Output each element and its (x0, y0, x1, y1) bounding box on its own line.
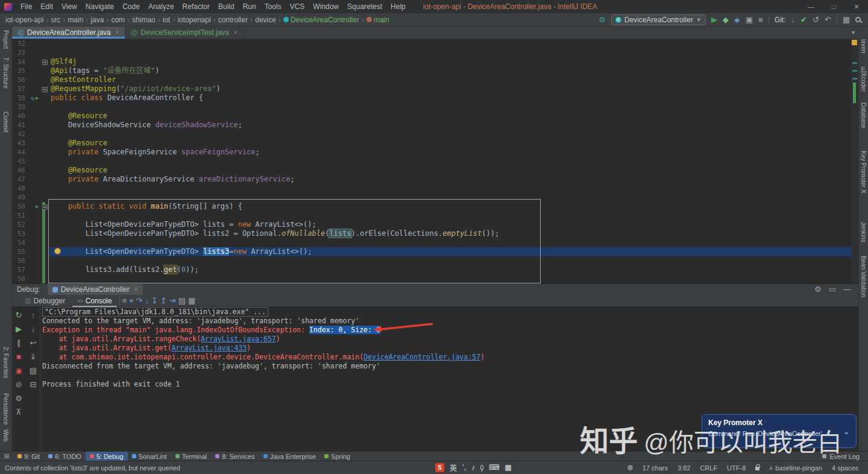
tool-window-button[interactable]: Persistence (2, 393, 9, 425)
rerun-icon[interactable]: ↻ (16, 311, 22, 320)
tool-window-button[interactable]: 9: Git (13, 452, 44, 461)
fold-icon[interactable] (42, 60, 48, 65)
tool-window-switcher-icon[interactable]: ⊞ (0, 452, 13, 460)
close-button[interactable]: ✕ (845, 0, 868, 13)
key-promoter-notification[interactable]: Key Promoter X Command! Run 'DeviceAreaC… (702, 414, 857, 448)
layout-settings-icon[interactable]: ▦ (188, 296, 195, 306)
code-line[interactable]: 51 (12, 211, 851, 220)
console-line[interactable]: Disconnected from the target VM, address… (42, 362, 485, 371)
status-item[interactable]: UTF-8 (727, 464, 746, 472)
jump-to-top-icon[interactable]: ↑ (31, 311, 36, 320)
console-line[interactable]: at java.util.ArrayList.get(ArrayList.jav… (42, 344, 485, 353)
minimize-button[interactable]: — (799, 0, 822, 13)
console-line[interactable]: at com.shimao.iot.iotopenapi.controller.… (42, 353, 485, 362)
tool-window-button[interactable]: Web (2, 429, 9, 441)
profiler-icon[interactable]: ◈ (734, 15, 740, 25)
run-configuration-select[interactable]: C DeviceAreaController ▼ (611, 14, 706, 25)
ime-punctuation-indicator[interactable]: ’, (462, 463, 466, 472)
code-line[interactable]: 41 DeviceShadowService deviceShadowServi… (12, 121, 851, 130)
code-line[interactable]: 40 @Resource (12, 112, 851, 121)
menu-item[interactable]: Edit (36, 2, 57, 11)
tool-window-button[interactable]: 5: Debug (86, 452, 128, 461)
code-line[interactable]: 47 private AreaDictionaryService areaDic… (12, 175, 851, 184)
code-line[interactable]: 37@RequestMapping("/api/iot/device-area"… (12, 84, 851, 93)
code-line[interactable]: 32 (12, 39, 851, 48)
error-stripe-mark[interactable] (852, 70, 857, 72)
code-line[interactable]: 35@Api(tags = "设备所在区域") (12, 66, 851, 75)
breadcrumb-item[interactable]: iot (162, 16, 171, 24)
code-editor[interactable]: 323334@Slf4j35@Api(tags = "设备所在区域")36@Re… (12, 39, 851, 283)
error-stripe-mark[interactable] (852, 78, 857, 80)
console-line[interactable]: Connected to the target VM, address: 'ja… (42, 317, 485, 326)
menu-item[interactable]: VCS (286, 2, 309, 11)
code-line[interactable]: 39 (12, 103, 851, 112)
menu-item[interactable]: File (16, 2, 36, 11)
mute-breakpoints-icon[interactable]: ⊘ (16, 380, 22, 390)
breadcrumb-item[interactable]: iotopenapi (177, 16, 211, 24)
editor-tab[interactable]: CDeviceAreaController.java✕ (12, 27, 125, 39)
breadcrumb-item[interactable]: main (67, 16, 84, 24)
run-class-gutter-icon[interactable]: ↻ (31, 93, 34, 103)
code-line[interactable]: 45 (12, 157, 851, 166)
debug-view-tab-console[interactable]: ▭Console (72, 295, 116, 307)
jump-to-bottom-icon[interactable]: ↓ (31, 324, 36, 334)
run-to-cursor-icon[interactable]: ⇥ (169, 296, 176, 306)
tool-window-button[interactable]: SonarLint (128, 452, 171, 461)
print-icon[interactable]: ▤ (30, 366, 37, 376)
code-line[interactable]: 50▶ public static void main(String[] arg… (12, 202, 851, 211)
breadcrumb-item[interactable]: DeviceAreaController (283, 16, 360, 24)
tool-window-button[interactable]: Commit (2, 112, 9, 132)
status-item[interactable]: 4 spaces (832, 464, 858, 472)
code-line[interactable]: 57 lists3.add(lists2.get(0)); (12, 265, 851, 274)
tool-window-button[interactable]: Spring (320, 452, 354, 461)
code-line[interactable]: 44 private SpaceFeignService spaceFeignS… (12, 148, 851, 157)
console-line[interactable]: Process finished with exit code 1 (42, 380, 485, 389)
wrench-icon[interactable]: ⚙ (599, 15, 606, 25)
stack-trace-link[interactable]: DeviceAreaController.java:57 (363, 353, 480, 361)
status-item[interactable]: CRLF (700, 464, 717, 472)
menu-item[interactable]: Navigate (81, 2, 118, 11)
tool-window-button[interactable]: Project (2, 30, 9, 49)
run-gutter-icon[interactable]: ▶ (36, 93, 39, 103)
menu-item[interactable]: Run (239, 2, 260, 11)
coverage-icon[interactable]: ▣ (746, 15, 753, 25)
code-line[interactable]: 54 (12, 238, 851, 247)
options-menu-icon[interactable]: ≡ (122, 296, 127, 306)
force-step-into-icon[interactable]: ↧ (151, 296, 158, 306)
breadcrumb-item[interactable]: main (366, 16, 390, 24)
stack-trace-link[interactable]: ArrayList.java:433 (172, 344, 247, 352)
breadcrumb-item[interactable]: controller (218, 16, 248, 24)
status-message[interactable]: Contents of collection 'lists3' are upda… (5, 464, 180, 472)
breadcrumb-item[interactable]: java (90, 16, 104, 24)
sogou-input-icon[interactable]: S (435, 463, 444, 472)
code-line[interactable]: 46 @Resource (12, 166, 851, 175)
clear-console-icon[interactable]: ⊟ (30, 380, 37, 390)
menu-item[interactable]: Tools (260, 2, 286, 11)
menu-item[interactable]: Build (214, 2, 239, 11)
layout-icon[interactable]: ▦ (843, 15, 850, 25)
menu-item[interactable]: Window (309, 2, 343, 11)
view-breakpoints-icon[interactable]: ◉ (15, 366, 22, 376)
tool-window-button[interactable]: Jenkins (860, 222, 867, 242)
close-icon[interactable]: ✕ (134, 286, 139, 292)
breadcrumb-item[interactable]: iot-open-api (5, 16, 44, 24)
ime-toolbox-icon[interactable]: ▦ (505, 463, 511, 472)
tool-window-button[interactable]: Bean Validation (860, 256, 867, 297)
resume-icon[interactable]: ▶ (16, 324, 22, 334)
fold-icon[interactable] (42, 87, 48, 92)
status-item[interactable]: Ybaseline-pingan (769, 464, 822, 472)
maximize-button[interactable]: □ (822, 0, 845, 13)
pause-icon[interactable]: ∥ (17, 338, 21, 348)
scrollbar-thumb[interactable] (853, 83, 856, 103)
fold-icon[interactable] (42, 204, 48, 210)
microphone-icon[interactable] (480, 465, 483, 470)
run-gutter-icon[interactable]: ▶ (36, 202, 39, 211)
code-line[interactable]: 48 (12, 184, 851, 193)
breadcrumb-item[interactable]: com (110, 16, 125, 24)
menu-item[interactable]: Analyze (144, 2, 178, 11)
soft-wrap-icon[interactable]: ↩ (30, 338, 37, 348)
ime-language-indicator[interactable]: 英 (450, 463, 457, 473)
float-mode-icon[interactable]: ▭ (829, 285, 836, 294)
code-line[interactable]: 53 List<OpenDevicePanTypeDTO> lists2 = O… (12, 229, 851, 238)
tool-window-button[interactable]: Key Promoter X (860, 151, 867, 194)
